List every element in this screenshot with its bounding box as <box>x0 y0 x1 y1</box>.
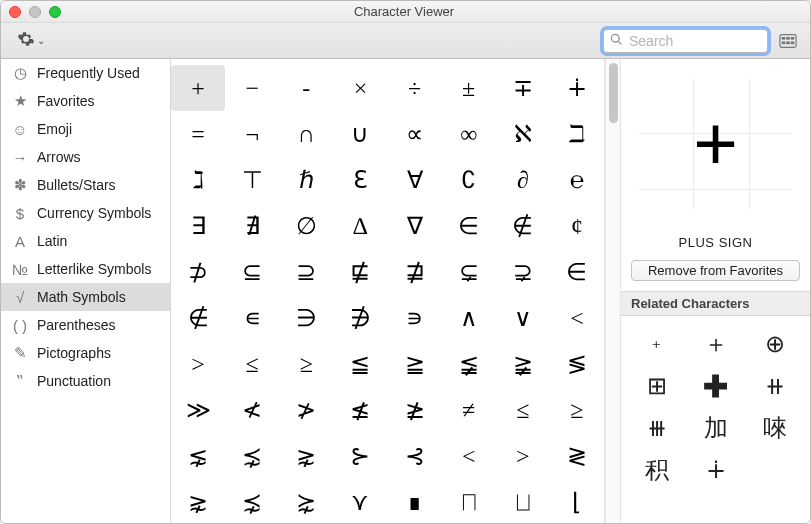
related-character[interactable]: ⊞ <box>627 366 686 406</box>
close-window-button[interactable] <box>9 6 21 18</box>
sidebar-item-bullets-stars[interactable]: ✽Bullets/Stars <box>1 171 170 199</box>
sidebar-item-arrows[interactable]: →Arrows <box>1 143 170 171</box>
character-cell[interactable]: ∂ <box>496 157 550 203</box>
character-grid-scroll[interactable]: +−-×÷±∓∔=¬∩∪∝∞ℵℶℷ⊤ℏℇ∀∁∂℮∃∄∅∆∇∈∉¢⊅⊆⊇⋢⋣⊊⊋∈… <box>171 59 605 524</box>
character-cell[interactable]: - <box>279 65 333 111</box>
character-cell[interactable]: ℷ <box>171 157 225 203</box>
character-cell[interactable]: ≫ <box>171 387 225 433</box>
character-cell[interactable]: ∈ <box>550 249 604 295</box>
character-cell[interactable]: ∩ <box>279 111 333 157</box>
compact-view-toggle[interactable] <box>776 31 800 51</box>
related-character[interactable]: ✚ <box>686 366 745 406</box>
related-character[interactable]: ＋ <box>686 324 745 364</box>
character-cell[interactable]: ⋧ <box>171 479 225 524</box>
settings-menu-button[interactable]: ⌄ <box>11 28 51 53</box>
character-cell[interactable]: < <box>442 433 496 479</box>
character-cell[interactable]: ≰ <box>333 387 387 433</box>
character-cell[interactable]: ∉ <box>496 203 550 249</box>
character-cell[interactable]: < <box>550 295 604 341</box>
character-cell[interactable]: ≮ <box>225 387 279 433</box>
character-cell[interactable]: ℇ <box>333 157 387 203</box>
related-character[interactable] <box>745 450 804 490</box>
character-cell[interactable]: ∨ <box>496 295 550 341</box>
sidebar-item-currency[interactable]: $Currency Symbols <box>1 199 170 227</box>
character-cell[interactable]: ∞ <box>442 111 496 157</box>
character-cell[interactable]: ⋎ <box>333 479 387 524</box>
related-character[interactable]: 唻 <box>745 408 804 448</box>
sidebar-item-pictographs[interactable]: ✎Pictographs <box>1 339 170 367</box>
character-cell[interactable]: > <box>171 341 225 387</box>
character-cell[interactable]: ≠ <box>442 387 496 433</box>
character-cell[interactable]: ∌ <box>333 295 387 341</box>
character-cell[interactable]: ∪ <box>333 111 387 157</box>
remove-from-favorites-button[interactable]: Remove from Favorites <box>631 260 800 281</box>
character-cell[interactable]: ⌊ <box>550 479 604 524</box>
character-cell[interactable]: ∄ <box>225 203 279 249</box>
scrollbar-thumb[interactable] <box>609 63 618 123</box>
character-cell[interactable]: ⊊ <box>442 249 496 295</box>
character-cell[interactable]: ∎ <box>388 479 442 524</box>
character-cell[interactable]: ∓ <box>496 65 550 111</box>
character-cell[interactable]: ⋨ <box>225 479 279 524</box>
character-cell[interactable]: ≷ <box>550 433 604 479</box>
sidebar-item-parentheses[interactable]: ( )Parentheses <box>1 311 170 339</box>
character-cell[interactable]: ¬ <box>225 111 279 157</box>
sidebar-item-math[interactable]: √Math Symbols <box>1 283 170 311</box>
character-cell[interactable]: ⋧ <box>279 433 333 479</box>
character-cell[interactable]: ∅ <box>279 203 333 249</box>
character-cell[interactable]: ⊆ <box>225 249 279 295</box>
sidebar-item-latin[interactable]: ALatin <box>1 227 170 255</box>
sidebar-item-emoji[interactable]: ☺Emoji <box>1 115 170 143</box>
minimize-window-button[interactable] <box>29 6 41 18</box>
category-sidebar[interactable]: ◷Frequently Used★Favorites☺Emoji→Arrows✽… <box>1 59 171 524</box>
character-cell[interactable]: ¢ <box>550 203 604 249</box>
character-cell[interactable]: ≥ <box>550 387 604 433</box>
sidebar-item-favorites[interactable]: ★Favorites <box>1 87 170 115</box>
character-cell[interactable]: ∋ <box>279 295 333 341</box>
character-cell[interactable]: ⊤ <box>225 157 279 203</box>
character-cell[interactable]: ℮ <box>550 157 604 203</box>
character-cell[interactable]: ⋣ <box>388 249 442 295</box>
character-cell[interactable]: ⊱ <box>333 433 387 479</box>
character-cell[interactable]: ∈ <box>442 203 496 249</box>
character-cell[interactable]: ≤ <box>496 387 550 433</box>
character-cell[interactable]: ∇ <box>388 203 442 249</box>
zoom-window-button[interactable] <box>49 6 61 18</box>
character-cell[interactable]: > <box>496 433 550 479</box>
character-cell[interactable]: + <box>171 65 225 111</box>
character-cell[interactable]: ± <box>442 65 496 111</box>
character-cell[interactable]: ⋩ <box>279 479 333 524</box>
character-cell[interactable]: ∀ <box>388 157 442 203</box>
character-cell[interactable]: ⊇ <box>279 249 333 295</box>
search-field[interactable] <box>603 29 768 53</box>
sidebar-item-frequently-used[interactable]: ◷Frequently Used <box>1 59 170 87</box>
character-cell[interactable]: ≩ <box>496 341 550 387</box>
character-cell[interactable]: ∊ <box>225 295 279 341</box>
character-cell[interactable]: ∉ <box>171 295 225 341</box>
sidebar-item-letterlike[interactable]: №Letterlike Symbols <box>1 255 170 283</box>
character-cell[interactable]: ℶ <box>550 111 604 157</box>
character-cell[interactable]: ⊋ <box>496 249 550 295</box>
character-cell[interactable]: ≱ <box>388 387 442 433</box>
character-cell[interactable]: ∁ <box>442 157 496 203</box>
character-cell[interactable]: ÷ <box>388 65 442 111</box>
character-cell[interactable]: = <box>171 111 225 157</box>
related-character[interactable]: ∔ <box>686 450 745 490</box>
related-character[interactable]: ⧺ <box>745 366 804 406</box>
character-cell[interactable]: ⋨ <box>225 433 279 479</box>
related-character[interactable]: ⧻ <box>627 408 686 448</box>
character-cell[interactable]: − <box>225 65 279 111</box>
character-cell[interactable]: ∍ <box>388 295 442 341</box>
character-cell[interactable]: ⨆ <box>496 479 550 524</box>
character-cell[interactable]: ∃ <box>171 203 225 249</box>
character-cell[interactable]: ≦ <box>333 341 387 387</box>
character-cell[interactable]: × <box>333 65 387 111</box>
sidebar-item-punctuation[interactable]: ‟Punctuation <box>1 367 170 395</box>
vertical-scrollbar[interactable] <box>605 59 620 524</box>
character-cell[interactable]: ∝ <box>388 111 442 157</box>
character-cell[interactable]: ≤ <box>225 341 279 387</box>
character-cell[interactable]: ⊅ <box>171 249 225 295</box>
character-cell[interactable]: ≧ <box>388 341 442 387</box>
character-cell[interactable]: ∆ <box>333 203 387 249</box>
character-cell[interactable]: ℵ <box>496 111 550 157</box>
